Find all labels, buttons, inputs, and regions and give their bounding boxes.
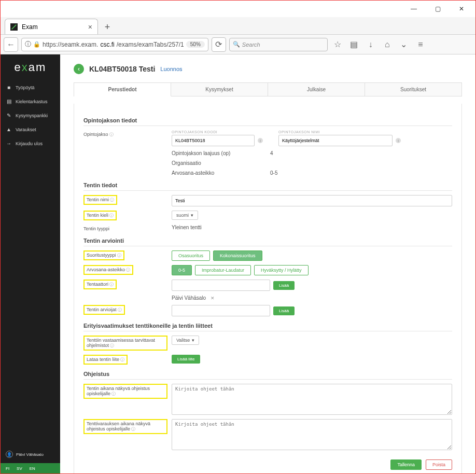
lang-en[interactable]: EN [30, 466, 35, 471]
tab-title: Exam [22, 23, 38, 31]
browser-tab[interactable]: Exam × [5, 19, 98, 34]
select-software[interactable]: Valitse ▾ [172, 336, 199, 345]
sublabel-course-code: OPINTOJAKSON KOODI [172, 130, 263, 134]
input-course-code[interactable] [172, 135, 255, 146]
info-icon[interactable]: i [258, 138, 263, 143]
sidebar-current-user[interactable]: 👤 Päivi Vähäsalo [1, 445, 60, 463]
pencil-icon: ✎ [6, 113, 12, 118]
window-minimize-button[interactable]: — [402, 1, 426, 17]
add-attachment-button[interactable]: Lisää liite [172, 355, 200, 364]
site-favicon [10, 23, 18, 31]
section-title-instructions: Ohjeistus [83, 371, 452, 380]
value-credits: 4 [270, 150, 273, 156]
user-icon: ▲ [6, 127, 12, 132]
sidebar-item-language-check[interactable]: ▤Kielentarkastus [1, 94, 60, 108]
search-bar[interactable]: 🔍 Search [229, 38, 328, 51]
sidebar-item-reservations[interactable]: ▲Varaukset [1, 122, 60, 136]
user-name: Päivi Vähäsalo [16, 452, 44, 457]
zoom-indicator[interactable]: 50% [186, 41, 205, 48]
sidebar-item-label: Kielentarkastus [16, 99, 48, 104]
sidebar-item-label: Kirjaudu ulos [16, 141, 43, 146]
textarea-instructions-booking[interactable] [172, 419, 452, 450]
menu-icon[interactable]: ≡ [414, 38, 427, 51]
sidebar-item-logout[interactable]: →Kirjaudu ulos [1, 136, 60, 150]
examiner-chip: Päivi Vähäsalo [172, 295, 206, 301]
tab-performances[interactable]: Suoritukset [365, 83, 461, 96]
input-grader[interactable] [172, 305, 270, 316]
nav-back-button[interactable]: ← [4, 37, 18, 52]
search-placeholder: Search [242, 41, 260, 48]
help-icon[interactable]: ⓘ [108, 132, 114, 137]
label-exam-type: Tentin tyyppi [83, 225, 172, 231]
sidebar-item-label: Työpöytä [16, 85, 35, 90]
label-performance-type: Suoritustyyppi ⓘ [83, 250, 124, 260]
input-examiner[interactable] [172, 280, 270, 291]
bookmark-star-icon[interactable]: ☆ [331, 38, 344, 51]
sidebar-item-question-bank[interactable]: ✎Kysymyspankki [1, 108, 60, 122]
url-pre: https://seamk.exam. [43, 41, 98, 48]
label-exam-language: Tentin kieli ⓘ [83, 211, 117, 220]
label-exam-name: Tentin nimi ⓘ [83, 195, 117, 205]
section-title-course: Opintojakson tiedot [83, 117, 452, 126]
chevron-down-icon: ▾ [191, 213, 193, 218]
label-credits: Opintojakson laajuus (op) [172, 150, 255, 156]
input-exam-name[interactable] [172, 195, 452, 206]
input-course-name[interactable] [278, 135, 393, 146]
label-grade-scale: Arvosana-asteikko ⓘ [83, 265, 133, 275]
label-attachment: Lataa tentin liite ⓘ [83, 355, 128, 365]
lang-sv[interactable]: SV [17, 466, 22, 471]
sidebar-item-dashboard[interactable]: ■Työpöytä [1, 80, 60, 94]
chevron-down-icon: ▾ [192, 338, 194, 343]
lang-fi[interactable]: FI [6, 466, 9, 471]
tab-publish[interactable]: Julkaise [268, 83, 365, 96]
option-full-performance[interactable]: Kokonaissuoritus [213, 250, 262, 261]
new-tab-button[interactable]: + [100, 20, 115, 34]
value-exam-type: Yleinen tentti [172, 225, 202, 230]
address-bar[interactable]: ⓘ 🔒 https://seamk.exam.csc.fi/exams/exam… [21, 38, 208, 51]
lock-icon: 🔒 [33, 41, 40, 48]
nav-reload-button[interactable]: ⟳ [212, 37, 226, 52]
info-icon[interactable]: i [396, 138, 401, 143]
label-examiners: Tentaattori ⓘ [83, 280, 117, 289]
sidebar-item-label: Kysymyspankki [16, 113, 48, 118]
app-logo: exam [1, 54, 60, 80]
info-icon: ⓘ [25, 40, 31, 49]
value-scale: 0-5 [270, 170, 277, 176]
remove-examiner-icon[interactable]: ✕ [211, 296, 215, 301]
section-title-assessment: Tentin arviointi [83, 238, 452, 246]
search-icon: 🔍 [233, 41, 240, 48]
sidebar-item-label: Varaukset [16, 127, 36, 132]
status-badge: Luonnos [160, 66, 182, 72]
label-course: Opintojakso ⓘ [83, 130, 172, 137]
pocket-icon[interactable]: ⌄ [397, 38, 411, 51]
tab-close-icon[interactable]: × [88, 23, 92, 31]
label-graders: Tentin arvioijat ⓘ [83, 305, 125, 315]
delete-button[interactable]: Poista [426, 459, 452, 470]
avatar-icon: 👤 [6, 451, 13, 458]
add-grader-button[interactable]: Lisää [273, 306, 295, 315]
label-required-software: Tenttiin vastaamisessa tarvittavat ohjel… [83, 336, 167, 351]
home-icon[interactable]: ⌂ [381, 38, 394, 51]
option-scale-0-5[interactable]: 0-5 [172, 265, 192, 275]
label-scale: Arvosana-asteikko [172, 170, 255, 176]
label-instructions-booking: Tenttivarauksen aikana näkyvä ohjeistus … [83, 419, 167, 434]
option-partial-performance[interactable]: Osasuoritus [172, 250, 210, 261]
section-title-exam: Tentin tiedot [83, 182, 452, 191]
option-scale-improbatur[interactable]: Improbatur-Laudatur [195, 265, 251, 275]
language-switcher[interactable]: FI SV EN [1, 463, 60, 473]
library-icon[interactable]: ▤ [347, 38, 361, 51]
textarea-instructions-during[interactable] [172, 384, 452, 415]
tab-basic-info[interactable]: Perustiedot [74, 83, 171, 96]
downloads-icon[interactable]: ↓ [364, 38, 377, 51]
option-scale-passfail[interactable]: Hyväksytty / Hylätty [254, 265, 309, 275]
add-examiner-button[interactable]: Lisää [273, 281, 295, 290]
window-close-button[interactable]: ✕ [450, 1, 473, 17]
sublabel-course-name: OPINTOJAKSON NIMI [278, 130, 401, 134]
label-instructions-during: Tentin aikana näkyvä ohjeistus opiskelij… [83, 384, 167, 399]
back-button[interactable]: ‹ [74, 64, 84, 74]
window-maximize-button[interactable]: ▢ [426, 1, 450, 17]
save-button[interactable]: Tallenna [390, 459, 422, 470]
select-exam-language[interactable]: suomi ▾ [172, 211, 198, 220]
url-host: csc.fi [100, 41, 114, 48]
tab-questions[interactable]: Kysymykset [171, 83, 268, 96]
